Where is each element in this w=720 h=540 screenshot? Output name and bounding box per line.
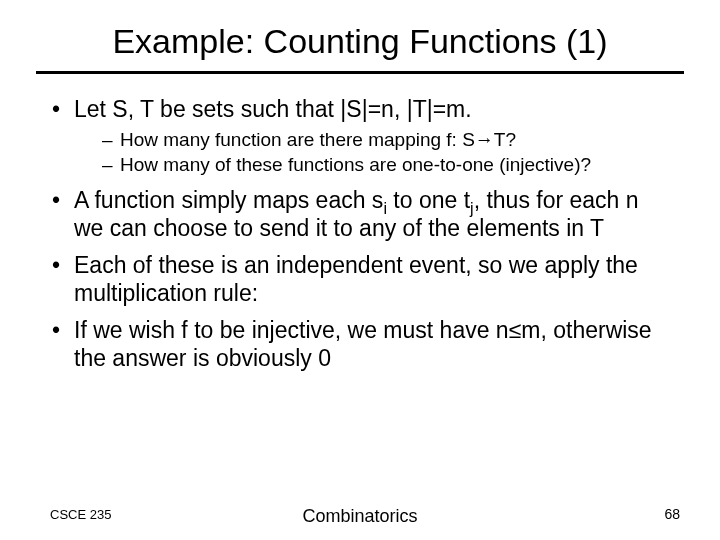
slide-title: Example: Counting Functions (1) [0,0,720,71]
sub-bullet-text: How many of these functions are one-to-o… [120,154,591,175]
bullet-item: A function simply maps each si to one tj… [50,187,670,242]
bullet-text: If we wish f to be injective, we must ha… [74,317,652,371]
footer-center: Combinatorics [0,506,720,527]
slide: Example: Counting Functions (1) Let S, T… [0,0,720,540]
slide-number: 68 [664,506,680,522]
bullet-list: Let S, T be sets such that |S|=n, |T|=m.… [50,96,670,373]
bullet-text-part: to one t [387,187,470,213]
sub-bullet-item: How many function are there mapping f: S… [102,128,670,152]
bullet-text: Let S, T be sets such that |S|=n, |T|=m. [74,96,472,122]
sub-bullet-list: How many function are there mapping f: S… [74,128,670,178]
bullet-item: Each of these is an independent event, s… [50,252,670,307]
bullet-item: Let S, T be sets such that |S|=n, |T|=m.… [50,96,670,177]
bullet-text-part: A function simply maps each s [74,187,383,213]
sub-bullet-item: How many of these functions are one-to-o… [102,153,670,177]
bullet-text: Each of these is an independent event, s… [74,252,638,306]
bullet-item: If we wish f to be injective, we must ha… [50,317,670,372]
sub-bullet-text: How many function are there mapping f: S… [120,129,516,150]
slide-footer: CSCE 235 Combinatorics 68 [0,506,720,522]
slide-body: Let S, T be sets such that |S|=n, |T|=m.… [0,74,720,373]
